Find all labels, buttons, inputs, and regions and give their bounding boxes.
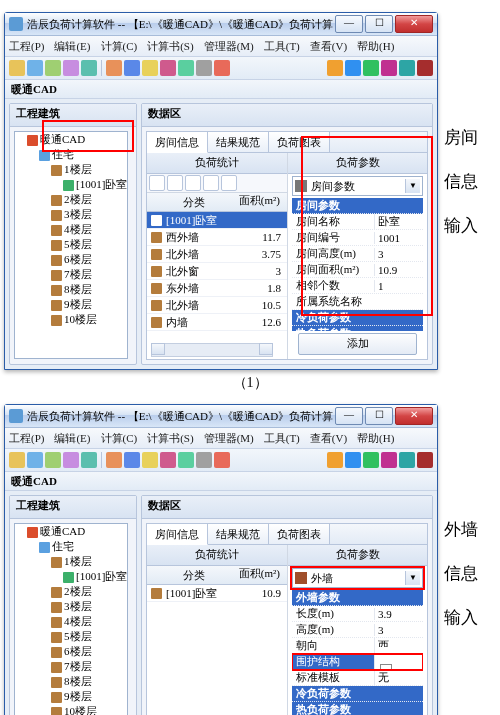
tool-icon[interactable] [381,60,397,76]
tree-floor[interactable]: 6楼层 [51,644,127,659]
tool-icon[interactable] [214,60,230,76]
menu-item[interactable]: 编辑(E) [54,431,90,446]
tree-floor[interactable]: 4楼层 [51,614,127,629]
tree-home[interactable]: 住宅 [52,148,74,160]
tree-floor[interactable]: 8楼层 [51,282,127,297]
param-section[interactable]: 冷负荷参数 [292,686,423,702]
tool-icon[interactable] [327,452,343,468]
tab-result[interactable]: 结果规范 [208,524,269,544]
menu-item[interactable]: 查看(V) [310,431,347,446]
tool-icon[interactable] [327,60,343,76]
param-section[interactable]: 外墙参数 [292,590,423,606]
tab-chart[interactable]: 负荷图表 [269,524,330,544]
param-row[interactable]: 标准模板无 [292,670,423,686]
tool-icon[interactable] [417,452,433,468]
tree-floor[interactable]: 2楼层 [51,192,127,207]
maximize-button[interactable]: ☐ [365,15,393,33]
tool-icon[interactable] [214,452,230,468]
param-row[interactable]: 所属系统名称 [292,294,423,310]
tool-icon[interactable] [81,60,97,76]
maximize-button[interactable]: ☐ [365,407,393,425]
param-row[interactable]: 相邻个数1 [292,278,423,294]
tool-icon[interactable] [63,452,79,468]
minimize-button[interactable]: — [335,407,363,425]
menu-item[interactable]: 工程(P) [9,39,44,54]
tool-icon[interactable] [160,60,176,76]
menubar[interactable]: 工程(P)编辑(E)计算(C)计算书(S)管理器(M)工具(T)查看(V)帮助(… [5,428,437,449]
project-tree[interactable]: 暖通CAD 住宅 1楼层[1001]卧室2楼层3楼层4楼层5楼层6楼层7楼层8楼… [14,131,128,359]
tab-roominfo[interactable]: 房间信息 [147,132,208,153]
toolbar[interactable] [5,57,437,80]
param-row[interactable]: 围护结构混凝土24… [292,654,423,670]
close-button[interactable]: ✕ [395,15,433,33]
tool-icon[interactable] [363,452,379,468]
tree-room[interactable]: [1001]卧室 [63,177,127,192]
tree-floor[interactable]: 1楼层[1001]卧室 [51,554,127,584]
tree-floor[interactable]: 10楼层 [51,704,127,715]
titlebar[interactable]: 浩辰负荷计算软件 -- 【E:\《暖通CAD》\《暖通CAD》负荷计算.chvl… [5,405,437,428]
tree-floor[interactable]: 5楼层 [51,629,127,644]
tree-floor[interactable]: 5楼层 [51,237,127,252]
tree-floor[interactable]: 3楼层 [51,599,127,614]
grid-row[interactable]: 北外墙3.75 [147,246,287,263]
tree-floor[interactable]: 2楼层 [51,584,127,599]
menu-item[interactable]: 计算(C) [101,39,138,54]
menu-item[interactable]: 计算(C) [101,431,138,446]
param-section[interactable]: 房间参数 [292,198,423,214]
grid-row[interactable]: [1001]卧室 [147,212,287,229]
tool-icon[interactable] [417,60,433,76]
tool-icon[interactable] [363,60,379,76]
menu-item[interactable]: 帮助(H) [357,431,394,446]
tool-icon[interactable] [196,60,212,76]
tree-root[interactable]: 暖通CAD [40,525,85,537]
mini-tool-icon[interactable] [203,175,219,191]
tool-icon[interactable] [399,452,415,468]
tool-icon[interactable] [27,60,43,76]
tool-icon[interactable] [345,452,361,468]
tool-icon[interactable] [124,452,140,468]
param-row[interactable]: 高度(m)3 [292,622,423,638]
menu-item[interactable]: 管理器(M) [204,431,254,446]
tool-icon[interactable] [27,452,43,468]
tree-floor[interactable]: 4楼层 [51,222,127,237]
tree-floor[interactable]: 7楼层 [51,267,127,282]
tree-floor[interactable]: 9楼层 [51,689,127,704]
mini-tool-icon[interactable] [221,175,237,191]
tool-icon[interactable] [106,60,122,76]
param-section[interactable]: 热负荷参数 [292,702,423,715]
stat-grid[interactable]: [1001]卧室10.9 [147,585,287,715]
tool-icon[interactable] [9,60,25,76]
tool-icon[interactable] [178,60,194,76]
mini-tool-icon[interactable] [185,175,201,191]
tool-icon[interactable] [196,452,212,468]
tool-icon[interactable] [381,452,397,468]
grid-row[interactable]: 北外墙10.5 [147,297,287,314]
param-dropdown[interactable]: 房间参数 ▼ [292,176,423,196]
tree-floor[interactable]: 3楼层 [51,207,127,222]
menu-item[interactable]: 编辑(E) [54,39,90,54]
toolbar[interactable] [5,449,437,472]
param-row[interactable]: 房间高度(m)3 [292,246,423,262]
close-button[interactable]: ✕ [395,407,433,425]
param-row[interactable]: 长度(m)3.9 [292,606,423,622]
menu-item[interactable]: 管理器(M) [204,39,254,54]
stat-grid[interactable]: [1001]卧室西外墙11.7北外墙3.75北外窗3东外墙1.8北外墙10.5内… [147,212,287,359]
param-row[interactable]: 房间编号1001 [292,230,423,246]
tool-icon[interactable] [399,60,415,76]
menu-item[interactable]: 工具(T) [264,431,300,446]
tabstrip[interactable]: 房间信息 结果规范 负荷图表 [146,523,428,544]
menu-item[interactable]: 查看(V) [310,39,347,54]
param-list[interactable]: 房间参数房间名称卧室房间编号1001房间高度(m)3房间面积(m²)10.9相邻… [292,198,423,331]
tool-icon[interactable] [178,452,194,468]
tool-icon[interactable] [160,452,176,468]
tabstrip[interactable]: 房间信息 结果规范 负荷图表 [146,131,428,152]
tree-room[interactable]: [1001]卧室 [63,569,127,584]
tree-floor[interactable]: 9楼层 [51,297,127,312]
tab-roominfo[interactable]: 房间信息 [147,524,208,545]
param-row[interactable]: 房间面积(m²)10.9 [292,262,423,278]
grid-row[interactable]: [1001]卧室10.9 [147,585,287,602]
tool-icon[interactable] [106,452,122,468]
menu-item[interactable]: 帮助(H) [357,39,394,54]
tree-floor[interactable]: 8楼层 [51,674,127,689]
tool-icon[interactable] [142,452,158,468]
